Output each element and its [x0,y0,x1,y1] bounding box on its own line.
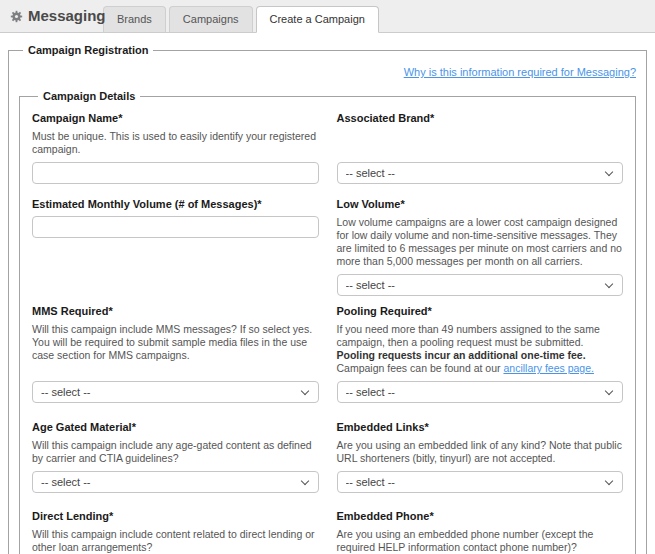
embedded-links-description: Are you using an embedded link of any ki… [337,439,624,465]
pooling-required-select[interactable]: -- select -- [337,381,624,403]
pooling-required-description: If you need more than 49 numbers assigne… [337,323,624,375]
field-low-volume: Low Volume* Low volume campaigns are a l… [337,198,624,296]
associated-brand-label: Associated Brand* [337,112,624,125]
ancillary-fees-link[interactable]: ancillary fees page. [503,362,593,374]
form-row-2: Estimated Monthly Volume (# of Messages)… [32,198,623,296]
embedded-phone-description: Are you using an embedded phone number (… [337,528,624,554]
campaign-registration-legend: Campaign Registration [23,44,153,56]
field-estimated-monthly-volume: Estimated Monthly Volume (# of Messages)… [32,198,319,296]
field-associated-brand: Associated Brand* -- select -- [337,112,624,184]
mms-required-select[interactable]: -- select -- [32,381,319,403]
top-bar: Messaging Brands Campaigns Create a Camp… [0,0,655,33]
gear-icon [10,9,23,22]
field-campaign-name: Campaign Name* Must be unique. This is u… [32,112,319,184]
mms-required-label: MMS Required* [32,305,319,318]
field-embedded-phone: Embedded Phone* Are you using an embedde… [337,510,624,554]
field-pooling-required: Pooling Required* If you need more than … [337,305,624,403]
tab-create-a-campaign[interactable]: Create a Campaign [256,6,379,33]
embedded-links-select[interactable]: -- select -- [337,471,624,493]
campaign-name-description: Must be unique. This is used to easily i… [32,130,319,156]
form-row-3: MMS Required* Will this campaign include… [32,305,623,403]
low-volume-description: Low volume campaigns are a lower cost ca… [337,216,624,268]
campaign-registration-section: Campaign Registration Why is this inform… [8,44,647,554]
low-volume-label: Low Volume* [337,198,624,211]
form-row-4: Age Gated Material* Will this campaign i… [32,421,623,493]
tab-brands[interactable]: Brands [103,6,166,33]
campaign-name-input[interactable] [32,162,319,184]
tab-campaigns[interactable]: Campaigns [169,6,253,33]
campaign-details-legend: Campaign Details [38,90,140,102]
app-title-text: Messaging [28,7,106,24]
age-gated-material-label: Age Gated Material* [32,421,319,434]
tab-bar: Brands Campaigns Create a Campaign [103,6,382,32]
mms-required-description: Will this campaign include MMS messages?… [32,323,319,362]
app-title: Messaging [10,7,106,24]
campaign-details-section: Campaign Details Campaign Name* Must be … [19,90,636,554]
direct-lending-description: Will this campaign include content relat… [32,528,319,554]
estimated-monthly-volume-input[interactable] [32,216,319,238]
pooling-required-label: Pooling Required* [337,305,624,318]
low-volume-select[interactable]: -- select -- [337,274,624,296]
campaign-name-label: Campaign Name* [32,112,319,125]
age-gated-material-description: Will this campaign include any age-gated… [32,439,319,465]
form-row-5: Direct Lending* Will this campaign inclu… [32,510,623,554]
form-row-1: Campaign Name* Must be unique. This is u… [32,112,623,184]
direct-lending-label: Direct Lending* [32,510,319,523]
embedded-phone-label: Embedded Phone* [337,510,624,523]
field-mms-required: MMS Required* Will this campaign include… [32,305,319,403]
embedded-links-label: Embedded Links* [337,421,624,434]
field-age-gated-material: Age Gated Material* Will this campaign i… [32,421,319,493]
info-link-row: Why is this information required for Mes… [17,58,638,86]
why-required-link[interactable]: Why is this information required for Mes… [404,66,636,78]
age-gated-material-select[interactable]: -- select -- [32,471,319,493]
associated-brand-select[interactable]: -- select -- [337,162,624,184]
field-direct-lending: Direct Lending* Will this campaign inclu… [32,510,319,554]
estimated-monthly-volume-label: Estimated Monthly Volume (# of Messages)… [32,198,319,211]
field-embedded-links: Embedded Links* Are you using an embedde… [337,421,624,493]
